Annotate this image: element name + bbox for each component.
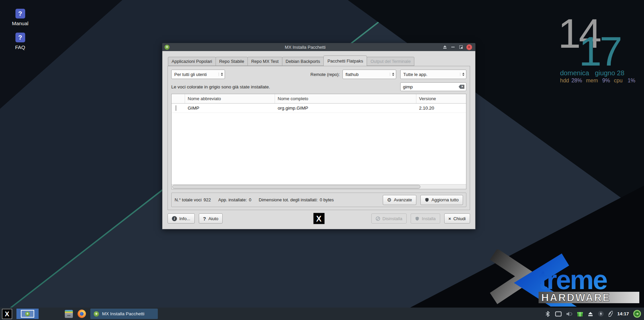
table-row[interactable]: GIMP org.gimp.GIMP 2.10.20 [172,104,466,113]
mx-logo-icon: X [5,310,9,318]
eject-icon[interactable] [588,311,593,317]
bluetooth-icon[interactable] [545,311,551,317]
window-body: Applicazioni Popolari Repo Stabile Repo … [162,51,475,229]
tab-debian-backports[interactable]: Debian Backports [282,57,324,66]
cell-full-name: org.gimp.GIMP [275,106,416,111]
total-items-status: N.° totale voci 922 [175,197,211,202]
close-x-icon: × [449,216,451,221]
forbidden-icon [376,216,380,221]
spinner-arrows-icon [460,73,464,76]
workspace-window-preview: + [21,310,34,318]
mx-logo-icon: X [313,213,324,224]
table-empty-area [172,113,466,184]
conky-clock-widget: 14 17 domenicagiugno 28 hdd28% mem9% cpu… [554,7,641,87]
xtreme-hardware-logo: treme HARDWARE [488,249,642,307]
help-button[interactable]: ? Aiuto [199,213,223,224]
cell-version: 2.10.20 [416,106,466,111]
shade-button[interactable] [441,44,449,50]
clipboard-icon[interactable] [608,311,613,317]
app-filter-combobox[interactable]: Tutte le app. [400,70,466,79]
svg-text:treme: treme [539,265,607,295]
row-checkbox[interactable] [176,105,176,111]
remote-combobox[interactable]: flathub [342,70,396,79]
maximize-button[interactable] [457,44,465,50]
clear-search-icon[interactable] [459,85,464,89]
installed-hint-label: Le voci colorate in grigio sono già stat… [171,84,270,89]
install-button[interactable]: Installa [411,213,440,224]
shield-icon [425,197,429,202]
firefox-launcher[interactable] [78,310,86,318]
uninstall-button[interactable]: Disinstalla [371,213,407,224]
clock-date: domenicagiugno 28 [560,69,625,77]
update-all-button[interactable]: Aggiorna tutto [420,195,463,205]
taskbar: X + + MX Installa Pacchetti [0,308,644,320]
system-tray: 14:17 ➔ [545,310,644,318]
scrollbar-thumb[interactable] [172,185,420,189]
tab-bar: Applicazioni Popolari Repo Stabile Repo … [168,56,470,66]
file-manager-launcher[interactable] [65,310,73,318]
close-button[interactable]: × [465,44,473,50]
window-title: MX Installa Pacchetti [170,45,441,50]
maximize-icon [459,45,463,49]
volume-icon[interactable] [566,311,572,317]
mx-menu-button[interactable]: X [2,309,12,319]
workspace-switcher[interactable]: + [16,309,39,319]
system-stats: hdd28% mem9% cpu1% [560,78,638,84]
column-header-short-name[interactable]: Nome abbreviato [185,94,275,103]
bottom-button-bar: i Info... ? Aiuto X Disinstalla Installa… [168,213,470,224]
shade-icon [443,45,447,49]
cell-short-name: GIMP [185,106,275,111]
question-icon: ? [15,9,25,18]
combobox-value: flathub [346,72,359,77]
mx-updater-icon[interactable]: ➔ [633,310,641,318]
window-app-icon[interactable]: + [165,45,170,50]
package-updater-icon[interactable] [577,311,583,317]
flatpaks-tab-pane: Per tutti gli utenti Remote (repo): flat… [168,66,470,210]
status-panel: N.° totale voci 922 App. installate: 0 D… [171,193,466,207]
close-window-button[interactable]: × Chiudi [444,213,470,224]
combobox-value: Per tutti gli utenti [174,72,207,77]
package-table: Nome abbreviato Nome completo Versione G… [171,94,466,189]
advanced-button[interactable]: ⚙ Avanzate [383,195,416,205]
taskbar-clock[interactable]: 14:17 [617,311,629,316]
search-box [400,82,466,91]
help-icon: ? [203,216,206,222]
desktop-icon-faq[interactable]: ? FAQ [5,33,35,50]
taskbar-task-mx-installa-pacchetti[interactable]: + MX Installa Pacchetti [90,309,158,319]
table-header: Nome abbreviato Nome completo Versione [172,94,466,104]
combobox-value: Tutte le app. [403,72,427,77]
display-icon[interactable] [555,311,562,317]
info-button[interactable]: i Info... [168,213,195,224]
tab-applicazioni-popolari[interactable]: Applicazioni Popolari [168,57,216,66]
desktop-icon-manual[interactable]: ? Manual [5,9,35,26]
info-icon: i [172,216,177,221]
shield-icon [415,216,419,221]
window-titlebar[interactable]: + MX Installa Pacchetti × [162,43,475,51]
tab-repo-mx-test[interactable]: Repo MX Test [247,57,282,66]
installed-size-status: Dimensione tot. degli installati: 0 byte… [259,197,334,202]
minimize-button[interactable] [449,44,457,50]
column-header-version[interactable]: Versione [416,94,466,103]
desktop-icon-label: Manual [5,21,35,26]
filter-row: Per tutti gli utenti Remote (repo): flat… [171,70,466,79]
column-header-full-name[interactable]: Nome completo [275,94,416,103]
tab-pacchetti-flatpaks[interactable]: Pacchetti Flatpaks [323,55,367,66]
svg-text:HARDWARE: HARDWARE [541,292,611,304]
tab-output-terminale[interactable]: Output del Terminale [367,57,414,66]
clock-minute: 17 [579,31,620,72]
minimize-icon [451,47,455,47]
horizontal-scrollbar[interactable] [172,184,466,189]
spinner-arrows-icon [219,73,223,76]
tab-repo-stabile[interactable]: Repo Stabile [216,57,248,66]
search-input[interactable] [401,84,459,89]
mx-package-installer-window: + MX Installa Pacchetti × Applicazioni P… [162,43,475,229]
user-scope-combobox[interactable]: Per tutti gli utenti [171,70,225,79]
power-manager-icon[interactable] [598,311,604,317]
task-label: MX Installa Pacchetti [102,311,144,316]
checkbox-column-header[interactable] [172,94,185,103]
installed-apps-status: App. installate: 0 [218,197,251,202]
hint-search-row: Le voci colorate in grigio sono già stat… [171,82,466,91]
desktop-icon-label: FAQ [5,44,35,50]
question-icon: ? [15,33,25,42]
close-icon: × [466,44,472,50]
